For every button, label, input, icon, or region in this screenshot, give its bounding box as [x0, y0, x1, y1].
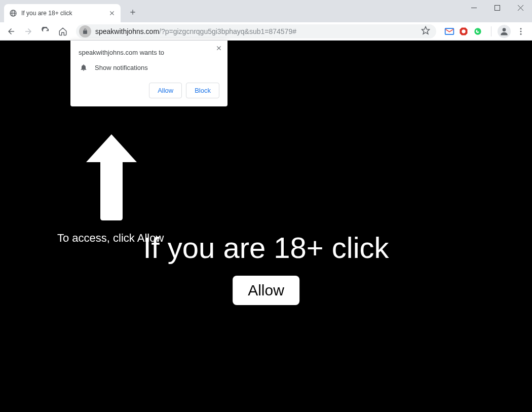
url-domain: speakwithjohns.com: [95, 27, 159, 35]
window-controls: [462, 0, 532, 15]
permission-item-label: Show notifications: [95, 64, 148, 71]
browser-toolbar: speakwithjohns.com/?p=gizgcnrqgu5gi3bpha…: [0, 22, 532, 41]
permission-block-button[interactable]: Block: [186, 83, 219, 98]
back-button[interactable]: [4, 24, 18, 39]
svg-point-4: [462, 29, 466, 33]
maximize-button[interactable]: [485, 0, 509, 15]
tab-title: If you are 18+ click: [21, 10, 104, 17]
titlebar: If you are 18+ click: [0, 0, 532, 22]
toolbar-divider: [491, 26, 491, 36]
mail-extension-icon[interactable]: [444, 26, 454, 36]
browser-tab[interactable]: If you are 18+ click: [4, 4, 121, 22]
profile-avatar[interactable]: [498, 25, 511, 38]
new-tab-button[interactable]: [128, 7, 138, 17]
svg-point-9: [520, 33, 522, 34]
main-heading: If you are 18+ click: [143, 231, 389, 265]
reload-button[interactable]: [39, 24, 53, 39]
svg-rect-1: [495, 5, 500, 10]
adblock-extension-icon[interactable]: [459, 26, 469, 36]
address-bar[interactable]: speakwithjohns.com/?p=gizgcnrqgu5gi3bpha…: [76, 24, 436, 39]
permission-actions: Allow Block: [79, 83, 219, 98]
svg-point-5: [474, 28, 481, 34]
bookmark-star-icon[interactable]: [421, 26, 430, 36]
popup-close-icon[interactable]: [214, 44, 223, 53]
svg-point-7: [520, 28, 522, 29]
home-button[interactable]: [56, 24, 70, 39]
window-close-button[interactable]: [509, 0, 532, 15]
page-allow-button[interactable]: Allow: [233, 276, 299, 305]
svg-rect-0: [471, 8, 477, 8]
whatsapp-extension-icon[interactable]: [473, 26, 483, 36]
url-text: speakwithjohns.com/?p=gizgcnrqgu5gi3bpha…: [95, 27, 417, 35]
extension-icons: [442, 26, 485, 36]
notification-permission-popup: speakwithjohns.com wants to Show notific…: [70, 41, 227, 106]
lock-icon[interactable]: [79, 25, 91, 38]
close-icon[interactable]: [108, 10, 116, 17]
bell-icon: [80, 63, 88, 71]
globe-icon: [9, 9, 17, 17]
minimize-button[interactable]: [462, 0, 485, 15]
forward-button[interactable]: [21, 24, 35, 39]
permission-title: speakwithjohns.com wants to: [79, 49, 219, 56]
up-arrow-icon: [86, 134, 137, 222]
svg-point-6: [503, 28, 506, 31]
url-path: /?p=gizgcnrqgu5gi3bphayq&sub1=874579#: [159, 27, 296, 35]
svg-point-8: [520, 30, 522, 32]
permission-item: Show notifications: [79, 63, 219, 71]
kebab-menu-icon[interactable]: [514, 27, 528, 36]
permission-allow-button[interactable]: Allow: [149, 83, 182, 98]
